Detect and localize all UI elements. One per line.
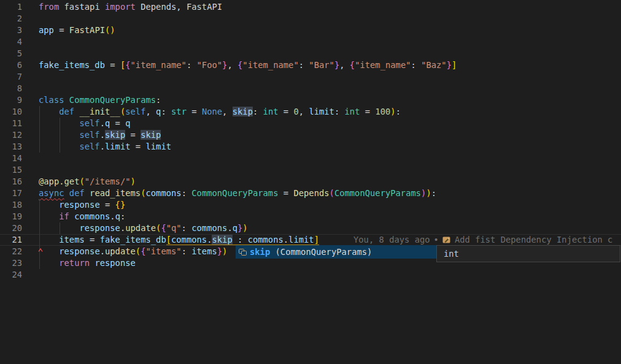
code-token: limit xyxy=(105,142,131,151)
line-number[interactable]: 11 xyxy=(0,118,22,129)
code-line[interactable]: 6fake_items_db = [{"item_name": "Foo"}, … xyxy=(0,59,621,71)
line-number[interactable]: 6 xyxy=(0,59,22,71)
code-token: : xyxy=(431,188,436,198)
code-line[interactable]: 13 self.limit = limit xyxy=(0,141,621,153)
indent-guide xyxy=(39,199,40,269)
code-line[interactable]: 18 response = {} xyxy=(0,199,621,211)
code-token: skip xyxy=(141,130,161,140)
code-line[interactable]: 15 xyxy=(0,164,621,176)
code-token: return xyxy=(59,258,90,268)
code-token: ( xyxy=(120,107,125,116)
code-line[interactable]: 1from fastapi import Depends, FastAPI xyxy=(0,1,621,13)
code-line[interactable]: 20 response.update({"q": commons.q}) xyxy=(0,222,621,234)
code-line-content xyxy=(22,269,39,281)
line-number[interactable]: 10 xyxy=(0,106,22,118)
line-number[interactable]: 20 xyxy=(0,222,22,234)
code-token: } xyxy=(217,246,222,256)
code-line-content: response.update({"q": commons.q}) xyxy=(22,222,248,234)
code-line[interactable]: 8 xyxy=(0,83,621,94)
line-number[interactable]: 7 xyxy=(0,71,22,83)
line-number[interactable]: 18 xyxy=(0,199,22,211)
code-token: } xyxy=(334,60,339,70)
code-line[interactable]: 9class CommonQueryParams: xyxy=(0,94,621,106)
line-number[interactable]: 14 xyxy=(0,153,22,164)
code-token: : xyxy=(396,107,401,116)
code-token: commons xyxy=(171,235,207,245)
code-token: CommonQueryParams xyxy=(191,188,278,198)
code-line[interactable]: 14 xyxy=(0,153,621,164)
code-token: from xyxy=(39,2,59,12)
code-token: self xyxy=(125,107,145,116)
line-number[interactable]: 9 xyxy=(0,94,22,106)
code-line[interactable]: 7 xyxy=(0,71,621,83)
code-line[interactable]: 4 xyxy=(0,36,621,48)
code-token: limit xyxy=(288,235,314,245)
code-token: int xyxy=(345,107,360,116)
code-token: async xyxy=(39,188,64,198)
code-token: "/items/" xyxy=(85,176,131,186)
code-line[interactable]: 10 def __init__(self, q: str = None, ski… xyxy=(0,106,621,118)
line-number[interactable]: 16 xyxy=(0,176,22,188)
code-token xyxy=(64,95,69,105)
suggest-item-label[interactable]: skip xyxy=(250,247,270,257)
error-squiggle-icon xyxy=(38,248,44,252)
code-token: 0 xyxy=(293,107,298,116)
code-token: ) xyxy=(222,246,227,256)
code-token: { xyxy=(350,60,355,70)
line-number[interactable]: 13 xyxy=(0,141,22,153)
code-token: "Bar" xyxy=(309,60,334,70)
code-token: read_items xyxy=(90,188,141,198)
code-line[interactable]: 2 xyxy=(0,13,621,25)
line-number[interactable]: 5 xyxy=(0,48,22,59)
code-token: [ xyxy=(120,60,125,70)
line-number[interactable]: 17 xyxy=(0,188,22,199)
code-line[interactable]: 5 xyxy=(0,48,621,59)
code-line[interactable]: 12 self.skip = skip xyxy=(0,129,621,141)
code-token: @app.get xyxy=(39,176,79,186)
code-line[interactable]: 19 if commons.q: xyxy=(0,211,621,222)
code-token xyxy=(39,235,59,245)
code-token: : xyxy=(187,60,197,70)
code-line[interactable]: 16@app.get("/items/") xyxy=(0,176,621,188)
code-token: = xyxy=(278,188,293,198)
code-token: ( xyxy=(330,188,334,198)
code-token: items xyxy=(191,246,217,256)
line-number[interactable]: 21 xyxy=(0,235,22,245)
line-number[interactable]: 12 xyxy=(0,129,22,141)
line-number[interactable]: 3 xyxy=(0,25,22,36)
line-number[interactable]: 2 xyxy=(0,13,22,25)
code-line[interactable]: 3app = FastAPI() xyxy=(0,25,621,36)
inline-blame-annotation[interactable]: You, 8 days ago • Add fist Dependency In… xyxy=(353,234,612,246)
line-number[interactable]: 24 xyxy=(0,269,22,281)
code-token: , xyxy=(299,107,309,116)
line-number[interactable]: 8 xyxy=(0,83,22,94)
code-token: } xyxy=(447,60,452,70)
code-token: self xyxy=(79,142,99,151)
code-token: limit xyxy=(145,142,171,151)
code-token: = xyxy=(279,107,294,116)
code-line-content: class CommonQueryParams: xyxy=(22,94,161,106)
code-token: : xyxy=(253,107,263,116)
code-line-content: items = fake_items_db[commons.skip : com… xyxy=(22,235,319,245)
code-line-content: async def read_items(commons: CommonQuer… xyxy=(22,188,436,199)
line-number[interactable]: 1 xyxy=(0,1,22,13)
code-line-content: self.limit = limit xyxy=(22,141,171,153)
code-token: . xyxy=(120,223,125,233)
code-token: = xyxy=(54,25,69,35)
code-line-content xyxy=(22,13,39,25)
code-line[interactable]: 17async def read_items(commons: CommonQu… xyxy=(0,188,621,199)
indent-guide xyxy=(60,222,60,234)
line-number[interactable]: 23 xyxy=(0,257,22,269)
line-number[interactable]: 4 xyxy=(0,36,22,48)
line-number[interactable]: 19 xyxy=(0,211,22,222)
suggest-widget: skip (CommonQueryParams) xyxy=(236,245,436,259)
code-line[interactable]: 11 self.q = q xyxy=(0,118,621,129)
indent-guide xyxy=(39,106,40,153)
code-token: skip xyxy=(105,130,125,140)
code-token: "Foo" xyxy=(197,60,223,70)
code-token: = xyxy=(360,107,375,116)
code-token: . xyxy=(100,118,105,128)
code-line[interactable]: 24 xyxy=(0,269,621,281)
line-number[interactable]: 22 xyxy=(0,246,22,257)
line-number[interactable]: 15 xyxy=(0,164,22,176)
